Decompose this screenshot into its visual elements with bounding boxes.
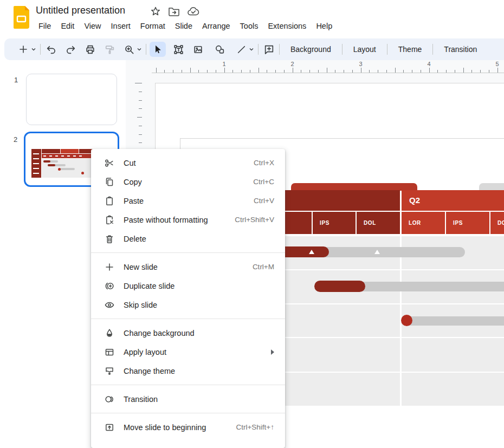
ruler-tick: [361, 68, 361, 73]
ruler-tick: [275, 70, 276, 73]
menu-help[interactable]: Help: [311, 20, 337, 32]
toolbar-divider: [40, 44, 41, 55]
ruler-tick: [446, 70, 447, 73]
zoom-dropdown[interactable]: [136, 47, 143, 52]
context-item-move-slide-to-beginning[interactable]: Move slide to beginning Ctrl+Shift+↑: [91, 418, 285, 437]
ruler-tick: [139, 126, 142, 126]
ruler-number: 5: [495, 61, 499, 67]
background-button[interactable]: Background: [283, 42, 339, 56]
context-item-paste[interactable]: Paste Ctrl+V: [91, 191, 285, 210]
menu-arrange[interactable]: Arrange: [197, 20, 235, 32]
column-header-dol2: DOL: [490, 212, 504, 234]
ruler-tick: [480, 70, 481, 73]
ruler-tick: [395, 68, 396, 73]
plus-icon: [18, 44, 29, 55]
chevron-down-icon: [249, 47, 254, 52]
document-title[interactable]: Untitled presentation: [36, 5, 125, 16]
insert-line-button[interactable]: [234, 42, 248, 57]
milestone-arrow-icon: [374, 250, 380, 254]
ruler-tick: [437, 70, 438, 73]
print-button[interactable]: [83, 42, 97, 57]
menu-divider: [91, 319, 285, 319]
insert-shape-button[interactable]: [212, 42, 227, 57]
menu-file[interactable]: File: [34, 20, 56, 32]
layout-button[interactable]: Layout: [346, 42, 384, 56]
eye-icon: [104, 300, 115, 310]
context-item-cut[interactable]: Cut Ctrl+X: [91, 153, 285, 172]
ruler-tick: [352, 70, 353, 73]
context-menu: Cut Ctrl+X Copy Ctrl+C Paste Ctrl+V Past…: [91, 149, 285, 448]
text-box-icon: [173, 44, 184, 55]
context-item-paste-without-formatting[interactable]: Paste without formatting Ctrl+Shift+V: [91, 210, 285, 229]
ruler-tick: [471, 70, 472, 73]
ruler-tick: [207, 70, 208, 73]
context-item-delete[interactable]: Delete: [91, 229, 285, 248]
image-icon: [192, 44, 204, 55]
star-icon[interactable]: [150, 6, 161, 17]
paint-roller-icon: [104, 44, 115, 55]
ruler-number: 4: [427, 61, 430, 67]
cloud-saved-icon[interactable]: [187, 6, 200, 17]
menu-view[interactable]: View: [79, 20, 106, 32]
line-dropdown[interactable]: [248, 47, 255, 52]
toolbar-divider: [146, 44, 146, 55]
milestone-dot: [401, 315, 412, 326]
context-item-skip-slide[interactable]: Skip slide: [91, 295, 285, 314]
menu-insert[interactable]: Insert: [106, 20, 135, 32]
ruler-number: 2: [290, 61, 294, 67]
column-header-ips2: IPS: [446, 212, 489, 234]
menu-tools[interactable]: Tools: [235, 20, 263, 32]
insert-image-button[interactable]: [191, 42, 205, 57]
toolbar-divider: [387, 44, 387, 55]
slides-logo-icon[interactable]: [14, 6, 29, 29]
context-item-copy[interactable]: Copy Ctrl+C: [91, 172, 285, 191]
ruler-tick: [139, 142, 142, 143]
context-item-change-background[interactable]: Change background: [91, 323, 285, 342]
ruler-tick: [139, 100, 142, 101]
slide-number-1: 1: [14, 76, 18, 84]
clipboard-x-icon: [104, 215, 115, 225]
menu-format[interactable]: Format: [135, 20, 170, 32]
menu-slide[interactable]: Slide: [170, 20, 197, 32]
column-header-lor: LOR: [402, 212, 445, 234]
menu-edit[interactable]: Edit: [56, 20, 79, 32]
menu-extensions[interactable]: Extensions: [263, 20, 311, 32]
context-item-change-theme[interactable]: Change theme: [91, 361, 285, 380]
slide-thumbnail-1[interactable]: [26, 74, 117, 125]
insert-comment-button[interactable]: [262, 42, 276, 57]
ruler-tick: [216, 70, 216, 73]
context-item-transition[interactable]: Transition: [91, 389, 285, 408]
new-slide-dropdown[interactable]: [30, 47, 37, 52]
column-header-ips: IPS: [313, 212, 356, 234]
layout-icon: [104, 347, 115, 358]
context-item-new-slide[interactable]: New slide Ctrl+M: [91, 257, 285, 276]
theme-button[interactable]: Theme: [391, 42, 430, 56]
toolbar-divider: [258, 44, 259, 55]
submenu-arrow-icon: [271, 349, 274, 355]
menu-divider: [91, 385, 285, 385]
toolbar: Background Layout Theme Transition: [4, 38, 504, 60]
clipboard-icon: [104, 196, 115, 206]
transition-button[interactable]: Transition: [436, 42, 484, 56]
context-item-apply-layout[interactable]: Apply layout: [91, 342, 285, 361]
select-tool-button[interactable]: [150, 42, 166, 57]
move-folder-icon[interactable]: [168, 6, 180, 17]
zoom-icon: [124, 44, 135, 55]
ruler-tick: [369, 70, 370, 73]
undo-button[interactable]: [44, 42, 58, 57]
droplet-icon: [104, 328, 115, 339]
paint-format-button[interactable]: [102, 42, 117, 57]
undo-icon: [46, 44, 57, 55]
horizontal-ruler: 12345: [152, 60, 504, 73]
toolbar-divider: [342, 44, 343, 55]
zoom-button[interactable]: [122, 42, 136, 57]
gantt-bar-red-row2: [314, 281, 365, 292]
shape-icon: [214, 44, 225, 55]
context-item-duplicate-slide[interactable]: Duplicate slide: [91, 276, 285, 295]
menubar: File Edit View Insert Format Slide Arran…: [34, 20, 337, 32]
new-slide-button[interactable]: [16, 42, 30, 57]
titlebar: Untitled presentation File Edit View Ins…: [0, 0, 504, 37]
redo-button[interactable]: [63, 42, 77, 57]
ruler-tick: [156, 68, 157, 73]
text-box-button[interactable]: [171, 42, 185, 57]
